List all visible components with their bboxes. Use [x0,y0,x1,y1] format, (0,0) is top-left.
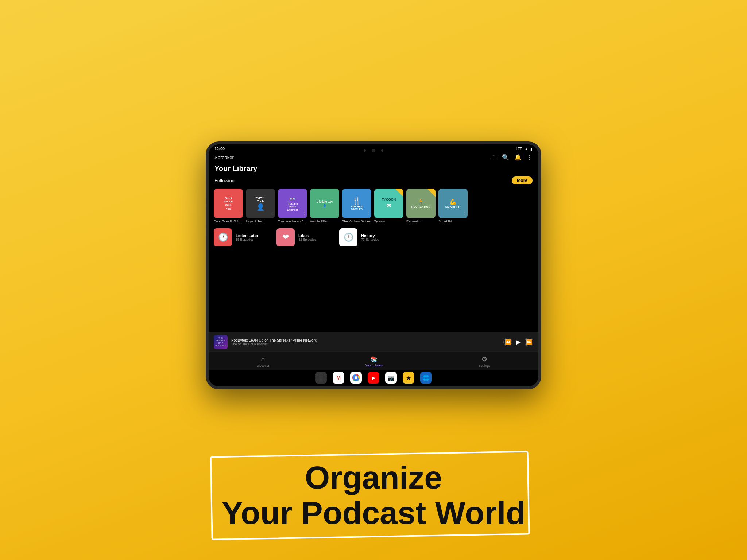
search-icon[interactable]: 🔍 [502,154,509,161]
main-content [209,249,538,332]
podcast-name-smart-fit: Smart Fit [438,219,468,223]
podcast-card-dont-take[interactable]: Don'tTake ItWithYou ⋮ Don't Take It With… [214,189,243,223]
nav-item-discover[interactable]: ⌂ Discover [249,355,276,368]
likes-icon: ❤ [282,233,289,242]
history-info: History 73 Episodes [361,233,398,241]
svg-point-1 [355,376,357,379]
page-title: Your Library [214,164,533,173]
likes-name: Likes [298,233,335,238]
podcast-menu-hype-tech[interactable]: ⋮ [270,210,274,215]
podcast-name-hype-tech: Hype & Tech [246,219,275,223]
settings-icon: ⚙ [481,355,487,363]
podcast-card-trust-me[interactable]: 👓 Trust meI'm anEngineer ⋮ Trust me I'm … [278,189,307,223]
likes-info: Likes 42 Episodes [298,233,335,241]
mini-player-subtitle: The Science of a Podcast [231,342,500,346]
dock-chrome-icon[interactable] [350,372,362,384]
dock-apps-icon[interactable]: ⋮⋮⋮ [315,372,327,384]
listen-later-count: 15 Episodes [236,238,272,241]
cast-icon[interactable]: ⬚ [491,154,497,161]
library-label: Your Library [365,363,383,367]
tablet-screen: 12:00 LTE ▲ ▮ Spreaker ⬚ 🔍 🔔 ⋮ Your Libr… [209,144,538,386]
forward-button[interactable]: ⏩ [525,338,533,346]
settings-label: Settings [479,364,491,368]
listen-later-name: Listen Later [236,233,272,238]
podcast-name-recreation: Recreation [406,219,436,223]
podcast-row: Don'tTake ItWithYou ⋮ Don't Take It With… [209,187,538,226]
dock-browser-icon[interactable]: 🌐 [420,372,432,384]
tycoon-new-badge [395,189,403,197]
page-title-bar: Your Library [209,163,538,175]
podcast-card-tycoon[interactable]: TYCOON ✉ ⋮ Tycoon [374,189,403,223]
likes-icon-box: ❤ [276,228,295,246]
podcast-menu-recreation[interactable]: ⋮ [430,210,435,215]
status-icons: LTE ▲ ▮ [516,147,533,151]
playlists-row: 🕐 Listen Later 15 Episodes ❤ Likes 42 Ep… [209,226,538,249]
podcast-name-visible: Visible 99% [310,219,339,223]
cam-dot-right [381,149,383,152]
listen-later-icon: 🕐 [218,233,228,242]
app-icons: ⬚ 🔍 🔔 ⋮ [491,154,533,161]
cam-dot-left [364,149,366,152]
more-options-icon[interactable]: ⋮ [527,154,533,161]
playlist-likes[interactable]: ❤ Likes 42 Episodes [276,228,335,246]
mini-player-art: THESCIENCEOF APODCAST [214,335,228,349]
dock-star-icon[interactable]: ★ [403,372,414,384]
podcast-menu-smart-fit[interactable]: ⋮ [462,210,467,215]
history-icon: 🕐 [344,233,353,242]
podcast-card-visible[interactable]: Visible 1% 👤 ⋮ Visible 99% [310,189,339,223]
recreation-new-badge [427,189,436,197]
listen-later-icon-box: 🕐 [214,228,232,246]
podcast-card-recreation[interactable]: 🏃 RECREATION ⋮ Recreation [406,189,436,223]
more-button[interactable]: More [512,176,533,184]
android-dock: ⋮⋮⋮ M ▶ 📷 ★ 🌐 [209,370,538,386]
status-time: 12:00 [214,147,225,151]
podcast-card-smart-fit[interactable]: 💪 SMART FIT ⋮ Smart Fit [438,189,468,223]
podcast-menu-trust-me[interactable]: ⋮ [302,210,306,215]
play-button[interactable]: ▶ [516,338,521,346]
rewind-button[interactable]: ⏪ [503,338,512,346]
likes-count: 42 Episodes [298,238,335,241]
podcast-menu-visible[interactable]: ⋮ [334,210,338,215]
mini-player-controls: ⏪ ▶ ⏩ [503,338,533,346]
tagline-box: Organize Your Podcast World [222,460,526,531]
history-icon-box: 🕐 [339,228,357,246]
podcast-menu-tycoon[interactable]: ⋮ [398,210,403,215]
cam-dot-center [372,149,375,152]
playlist-history[interactable]: 🕐 History 73 Episodes [339,228,398,246]
bottom-nav: ⌂ Discover 📚 Your Library ⚙ Settings [209,352,538,370]
discover-icon: ⌂ [261,355,265,363]
history-count: 73 Episodes [361,238,398,241]
discover-label: Discover [256,364,269,368]
podcast-menu-kitchen[interactable]: ⋮ [366,210,371,215]
podcast-name-dont-take: Don't Take It With You [214,219,243,223]
library-icon: 📚 [370,356,378,363]
podcast-card-kitchen[interactable]: 🍴 KITCHENBATTLES ⋮ The Kitchen Battles [342,189,371,223]
podcast-card-hype-tech[interactable]: Hype & Tech 👤 ⋮ Hype & Tech [246,189,275,223]
tagline-outline-box [210,451,530,540]
podcast-name-kitchen: The Kitchen Battles [342,219,371,223]
lte-icon: LTE [516,147,522,151]
listen-later-info: Listen Later 15 Episodes [236,233,272,241]
playlist-listen-later[interactable]: 🕐 Listen Later 15 Episodes [214,228,272,246]
nav-item-settings[interactable]: ⚙ Settings [471,354,498,368]
app-name: Spreaker [214,155,234,160]
dock-photos-icon[interactable]: 📷 [385,372,397,384]
history-name: History [361,233,398,238]
following-label: Following [214,178,235,183]
mini-player-title: PodBytes: Level-Up on The Spreaker Prime… [231,338,500,342]
signal-icon: ▲ [525,147,528,151]
dock-gmail-icon[interactable]: M [333,372,344,384]
podcast-name-trust-me: Trust me I'm an Engineer [278,219,307,223]
mini-player[interactable]: THESCIENCEOF APODCAST PodBytes: Level-Up… [209,332,538,352]
podcast-menu-dont-take[interactable]: ⋮ [238,210,242,215]
camera-bar [364,149,383,152]
battery-icon: ▮ [530,147,533,151]
tablet-device: 12:00 LTE ▲ ▮ Spreaker ⬚ 🔍 🔔 ⋮ Your Libr… [206,141,541,389]
dock-youtube-icon[interactable]: ▶ [368,372,379,384]
bell-icon[interactable]: 🔔 [514,154,522,161]
podcast-name-tycoon: Tycoon [374,219,403,223]
nav-item-library[interactable]: 📚 Your Library [358,355,390,368]
mini-player-info: PodBytes: Level-Up on The Spreaker Prime… [231,338,500,346]
dont-take-title: Don'tTake ItWithYou [222,195,235,212]
following-section-header: Following More [209,175,538,187]
